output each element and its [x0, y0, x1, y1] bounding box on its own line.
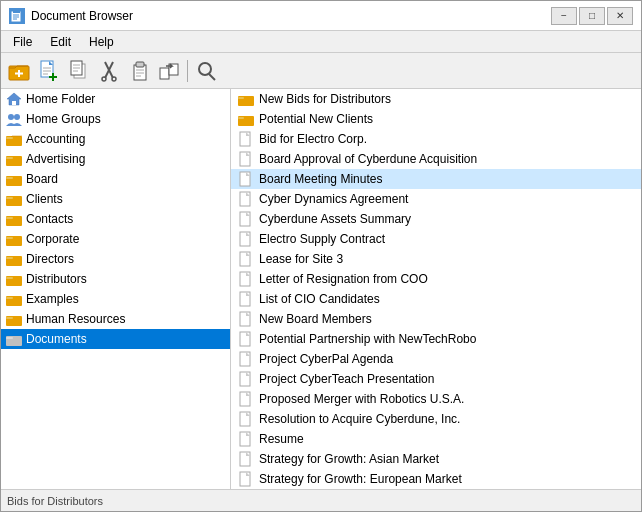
tree-item-directors[interactable]: Directors [1, 249, 230, 269]
item-label-r6: Cyber Dynamics Agreement [259, 192, 408, 206]
list-item-r15[interactable]: Project CyberTeach Presentation [231, 369, 641, 389]
toolbar-separator [187, 60, 188, 82]
item-label-r20: Strategy for Growth: European Market [259, 472, 462, 486]
list-item-r9[interactable]: Lease for Site 3 [231, 249, 641, 269]
list-item-r17[interactable]: Resolution to Acquire Cyberdune, Inc. [231, 409, 641, 429]
svg-rect-78 [240, 472, 250, 486]
svg-rect-32 [12, 101, 16, 105]
list-item-r5[interactable]: Board Meeting Minutes [231, 169, 641, 189]
doc-icon-r17 [237, 411, 255, 427]
clients-folder-icon [5, 191, 23, 207]
item-label-r18: Resume [259, 432, 304, 446]
list-item-r13[interactable]: Potential Partnership with NewTechRobo [231, 329, 641, 349]
doc-icon-r10 [237, 271, 255, 287]
doc-icon-r12 [237, 311, 255, 327]
new-doc-button[interactable] [35, 57, 63, 85]
svg-rect-42 [6, 197, 13, 199]
tree-item-clients[interactable]: Clients [1, 189, 230, 209]
doc-icon-r9 [237, 251, 255, 267]
accounting-folder-icon [5, 131, 23, 147]
clients-label: Clients [26, 192, 63, 206]
menu-edit[interactable]: Edit [42, 33, 79, 51]
item-label-r14: Project CyberPal Agenda [259, 352, 393, 366]
tree-item-home-groups[interactable]: Home Groups [1, 109, 230, 129]
list-item-r16[interactable]: Proposed Merger with Robotics U.S.A. [231, 389, 641, 409]
home-groups-label: Home Groups [26, 112, 101, 126]
list-item-r4[interactable]: Board Approval of Cyberdune Acquisition [231, 149, 641, 169]
tree-item-human-resources[interactable]: Human Resources [1, 309, 230, 329]
title-bar: Document Browser − □ ✕ [1, 1, 641, 31]
maximize-button[interactable]: □ [579, 7, 605, 25]
advertising-label: Advertising [26, 152, 85, 166]
list-item-r10[interactable]: Letter of Resignation from COO [231, 269, 641, 289]
close-button[interactable]: ✕ [607, 7, 633, 25]
doc-icon-r5 [237, 171, 255, 187]
minimize-button[interactable]: − [551, 7, 577, 25]
svg-rect-1 [13, 9, 20, 13]
corporate-label: Corporate [26, 232, 79, 246]
contacts-folder-icon [5, 211, 23, 227]
item-label-r2: Potential New Clients [259, 112, 373, 126]
svg-rect-61 [240, 132, 250, 146]
directors-folder-icon [5, 251, 23, 267]
left-panel: Home Folder Home Groups [1, 89, 231, 489]
list-item-r18[interactable]: Resume [231, 429, 641, 449]
menu-file[interactable]: File [5, 33, 40, 51]
doc-icon-r19 [237, 451, 255, 467]
svg-point-34 [14, 114, 20, 120]
paste-button[interactable] [125, 57, 153, 85]
menu-help[interactable]: Help [81, 33, 122, 51]
home-groups-icon [5, 111, 23, 127]
tree-item-corporate[interactable]: Corporate [1, 229, 230, 249]
item-label-r16: Proposed Merger with Robotics U.S.A. [259, 392, 464, 406]
doc-icon-r11 [237, 291, 255, 307]
tree-item-examples[interactable]: Examples [1, 289, 230, 309]
status-bar: Bids for Distributors [1, 489, 641, 511]
tree-item-accounting[interactable]: Accounting [1, 129, 230, 149]
list-item-r1[interactable]: New Bids for Distributors [231, 89, 641, 109]
svg-rect-46 [6, 237, 13, 239]
item-label-r8: Electro Supply Contract [259, 232, 385, 246]
svg-point-30 [199, 63, 211, 75]
doc-icon-r3 [237, 131, 255, 147]
tree-item-board[interactable]: Board [1, 169, 230, 189]
item-label-r3: Bid for Electro Corp. [259, 132, 367, 146]
svg-rect-67 [240, 252, 250, 266]
copy-button[interactable] [65, 57, 93, 85]
svg-rect-54 [6, 317, 13, 319]
list-item-r14[interactable]: Project CyberPal Agenda [231, 349, 641, 369]
list-item-r19[interactable]: Strategy for Growth: Asian Market [231, 449, 641, 469]
doc-icon-r6 [237, 191, 255, 207]
svg-rect-69 [240, 292, 250, 306]
svg-rect-48 [6, 257, 13, 259]
list-item-r7[interactable]: Cyberdune Assets Summary [231, 209, 641, 229]
new-folder-button[interactable] [5, 57, 33, 85]
list-item-r20[interactable]: Strategy for Growth: European Market [231, 469, 641, 489]
move-button[interactable] [155, 57, 183, 85]
doc-icon-r7 [237, 211, 255, 227]
doc-icon-r15 [237, 371, 255, 387]
tree-item-distributors[interactable]: Distributors [1, 269, 230, 289]
list-item-r3[interactable]: Bid for Electro Corp. [231, 129, 641, 149]
cut-button[interactable] [95, 57, 123, 85]
corporate-folder-icon [5, 231, 23, 247]
item-label-r17: Resolution to Acquire Cyberdune, Inc. [259, 412, 460, 426]
tree-item-home-folder[interactable]: Home Folder [1, 89, 230, 109]
list-item-r11[interactable]: List of CIO Candidates [231, 289, 641, 309]
list-item-r12[interactable]: New Board Members [231, 309, 641, 329]
list-item-r2[interactable]: Potential New Clients [231, 109, 641, 129]
search-button[interactable] [192, 57, 220, 85]
item-label-r10: Letter of Resignation from COO [259, 272, 428, 286]
tree-item-documents[interactable]: Documents [1, 329, 230, 349]
list-item-r6[interactable]: Cyber Dynamics Agreement [231, 189, 641, 209]
list-item-r8[interactable]: Electro Supply Contract [231, 229, 641, 249]
documents-label: Documents [26, 332, 87, 346]
tree-item-contacts[interactable]: Contacts [1, 209, 230, 229]
svg-rect-40 [6, 177, 13, 179]
item-label-r15: Project CyberTeach Presentation [259, 372, 434, 386]
svg-rect-50 [6, 277, 13, 279]
item-label-r1: New Bids for Distributors [259, 92, 391, 106]
right-panel: New Bids for Distributors Potential New … [231, 89, 641, 489]
doc-icon-r4 [237, 151, 255, 167]
tree-item-advertising[interactable]: Advertising [1, 149, 230, 169]
